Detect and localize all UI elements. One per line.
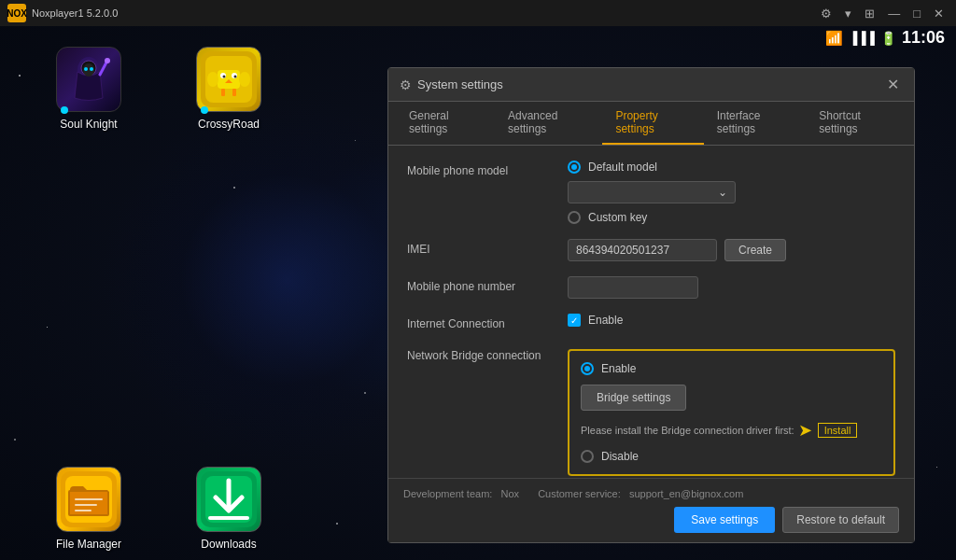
close-icon[interactable]: ✕ — [929, 5, 949, 22]
dialog-gear-icon: ⚙ — [400, 77, 412, 92]
mobile-phone-number-label: Mobile phone number — [407, 276, 556, 293]
svg-point-3 — [84, 67, 88, 71]
settings-icon[interactable]: ⚙ — [816, 5, 836, 22]
downloads-svg — [201, 471, 257, 527]
footer-info: Development team: Nox Customer service: … — [403, 488, 899, 499]
save-settings-button[interactable]: Save settings — [674, 507, 775, 533]
dialog-content: Mobile phone model Default model ⌄ — [388, 146, 914, 478]
imei-input[interactable] — [568, 239, 717, 261]
bridge-disable-option[interactable]: Disable — [581, 450, 882, 463]
desktop: NOX Noxplayer1 5.2.0.0 ⚙ ▾ ⊞ — □ ✕ 📶 ▐▐▐… — [0, 0, 956, 560]
star — [355, 140, 356, 141]
signal-bars-icon: ▐▐▐ — [849, 31, 875, 45]
crossyroad-image — [196, 47, 261, 112]
restore-default-button[interactable]: Restore to default — [782, 507, 899, 533]
bridge-inner: Enable Bridge settings Please install th… — [581, 362, 882, 463]
star — [19, 75, 21, 77]
star — [336, 523, 338, 525]
star — [14, 439, 16, 441]
internet-connection-label: Internet Connection — [407, 314, 556, 330]
soul-knight-svg — [61, 51, 117, 107]
star — [47, 327, 48, 328]
titlebar-controls: ⚙ ▾ ⊞ — □ ✕ — [816, 5, 949, 22]
install-note: Please install the Bridge connection dri… — [581, 420, 882, 441]
titlebar-title: Noxplayer1 5.2.0.0 — [32, 7, 118, 19]
file-manager-icon[interactable]: File Manager — [56, 467, 121, 551]
downloads-image — [196, 467, 261, 532]
svg-point-15 — [207, 72, 218, 87]
dialog-close-button[interactable]: ✕ — [883, 76, 903, 93]
internet-connection-row: Internet Connection ✓ Enable — [407, 314, 895, 330]
svg-point-6 — [105, 58, 110, 63]
bridge-enable-label: Enable — [601, 362, 636, 375]
soul-knight-icon[interactable]: Soul Knight — [56, 47, 121, 131]
default-model-radio[interactable] — [568, 161, 581, 174]
mobile-phone-model-label: Mobile phone model — [407, 161, 556, 177]
file-manager-svg — [61, 471, 117, 527]
titlebar-left: NOX Noxplayer1 5.2.0.0 — [7, 4, 118, 22]
crossyroad-icon[interactable]: CrossyRoad — [196, 47, 261, 131]
battery-icon: 🔋 — [880, 31, 896, 46]
network-bridge-row: Network Bridge connection Enable Bridge … — [407, 345, 895, 476]
soul-knight-image — [56, 47, 121, 112]
custom-key-radio[interactable] — [568, 211, 581, 224]
internet-enable-label: Enable — [588, 314, 623, 327]
star — [233, 187, 235, 189]
chevron-down-icon: ⌄ — [718, 186, 727, 199]
dev-team-value: Nox — [501, 488, 520, 499]
dropdown-icon[interactable]: ▾ — [840, 5, 856, 22]
model-select[interactable]: ⌄ — [568, 181, 736, 203]
install-link[interactable]: Install — [818, 423, 858, 438]
file-manager-label: File Manager — [56, 538, 121, 551]
svg-point-12 — [223, 76, 226, 78]
downloads-icon[interactable]: Downloads — [196, 467, 261, 551]
minimize-icon[interactable]: — — [883, 5, 905, 22]
taskbar-bottom: File Manager Downloads — [56, 467, 261, 551]
soul-knight-online-dot — [61, 106, 68, 114]
downloads-label: Downloads — [201, 538, 256, 551]
tab-interface-settings[interactable]: Interface settings — [704, 102, 807, 145]
mobile-phone-number-controls — [568, 276, 895, 299]
file-manager-image — [56, 467, 121, 532]
bridge-disable-label: Disable — [601, 450, 639, 463]
default-model-option[interactable]: Default model — [568, 161, 895, 174]
titlebar: NOX Noxplayer1 5.2.0.0 ⚙ ▾ ⊞ — □ ✕ — [0, 0, 956, 26]
system-settings-dialog: ⚙ System settings ✕ General settings Adv… — [387, 67, 915, 543]
custom-key-option[interactable]: Custom key — [568, 211, 895, 224]
bridge-disable-radio[interactable] — [581, 450, 594, 463]
customer-service-value: support_en@bignox.com — [629, 488, 743, 499]
tab-general-settings[interactable]: General settings — [396, 102, 495, 145]
tab-property-settings[interactable]: Property settings — [602, 102, 703, 145]
crossyroad-label: CrossyRoad — [198, 118, 260, 131]
maximize-icon[interactable]: □ — [908, 5, 925, 22]
install-note-text: Please install the Bridge connection dri… — [581, 425, 794, 436]
custom-key-label: Custom key — [588, 211, 647, 224]
mobile-phone-number-input[interactable] — [568, 276, 698, 299]
svg-point-16 — [239, 72, 250, 87]
internet-enable-checkbox[interactable]: ✓ — [568, 314, 581, 327]
dialog-titlebar: ⚙ System settings ✕ — [388, 68, 914, 102]
network-bridge-label: Network Bridge connection — [407, 345, 556, 362]
dialog-title: System settings — [417, 77, 503, 91]
tab-advanced-settings[interactable]: Advanced settings — [495, 102, 602, 145]
desktop-icons-row: Soul Knight — [56, 47, 261, 131]
mobile-phone-model-controls: Default model ⌄ Custom key — [568, 161, 895, 224]
arrow-icon: ➤ — [798, 420, 812, 441]
footer-actions: Save settings Restore to default — [403, 507, 899, 533]
tab-shortcut-settings[interactable]: Shortcut settings — [806, 102, 907, 145]
status-time: 11:06 — [902, 28, 945, 48]
grid-icon[interactable]: ⊞ — [860, 5, 879, 22]
star — [936, 467, 937, 468]
bridge-enable-option[interactable]: Enable — [581, 362, 882, 375]
imei-input-row: Create — [568, 239, 895, 261]
mobile-phone-number-row: Mobile phone number — [407, 276, 895, 299]
bridge-enable-radio[interactable] — [581, 362, 594, 375]
customer-service-info: Customer service: support_en@bignox.com — [538, 488, 743, 499]
dialog-title-left: ⚙ System settings — [400, 77, 503, 92]
mobile-phone-model-row: Mobile phone model Default model ⌄ — [407, 161, 895, 224]
bridge-settings-button[interactable]: Bridge settings — [581, 385, 686, 411]
create-button[interactable]: Create — [724, 239, 786, 261]
svg-rect-18 — [232, 89, 236, 96]
star — [364, 392, 366, 394]
internet-enable-option[interactable]: ✓ Enable — [568, 314, 895, 327]
